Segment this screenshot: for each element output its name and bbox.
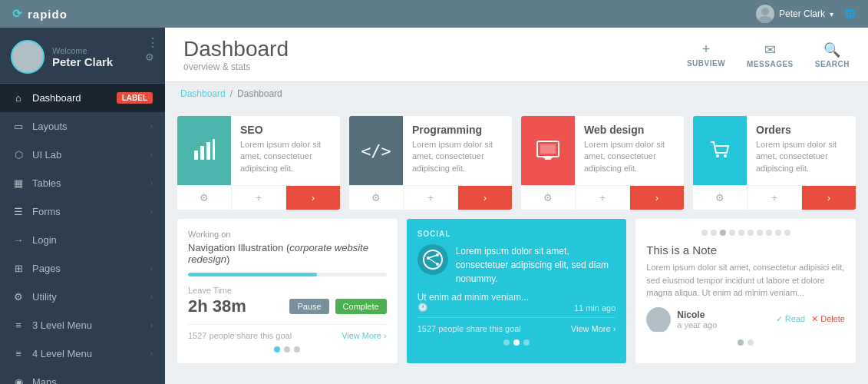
pages-icon: ⊞ bbox=[12, 263, 25, 274]
stat-card-orders: Orders Lorem ipsum dolor sit amet, conse… bbox=[693, 116, 856, 210]
svg-point-20 bbox=[654, 311, 663, 320]
sidebar-item-3levelmenu[interactable]: ≡ 3 Level Menu › bbox=[0, 311, 165, 339]
logo-text: rapido bbox=[28, 8, 68, 21]
chevron-right-icon: › bbox=[150, 151, 153, 159]
social-dot-1 bbox=[503, 339, 510, 346]
sidebar-item-label: Login bbox=[32, 234, 57, 246]
uilab-icon: ⬡ bbox=[12, 149, 25, 161]
sidebar-item-login[interactable]: → Login bbox=[0, 226, 165, 254]
svg-rect-6 bbox=[206, 142, 210, 160]
sidebar-item-label: Forms bbox=[32, 206, 61, 217]
search-label: SEARCH bbox=[815, 60, 850, 68]
view-more-link[interactable]: View More › bbox=[342, 331, 386, 340]
breadcrumb: Dashboard / Dashboard bbox=[165, 82, 868, 105]
sidebar-item-label: Layouts bbox=[32, 121, 68, 132]
card-plus-btn-orders[interactable]: + bbox=[748, 186, 802, 210]
card-gear-btn-prog[interactable]: ⚙ bbox=[349, 186, 404, 210]
messages-label: MESSAGES bbox=[747, 60, 794, 68]
envelope-icon: ✉ bbox=[764, 41, 776, 58]
dot-1 bbox=[274, 346, 280, 353]
sidebar-item-label: Pages bbox=[32, 263, 61, 274]
folder-icon: ≡ bbox=[12, 348, 25, 359]
sidebar-item-maps[interactable]: ◉ Maps bbox=[0, 368, 165, 384]
card-text-orders: Lorem ipsum dolor sit amet, consectetuer… bbox=[756, 139, 847, 174]
note-actions: ✓ Read ✕ Delete bbox=[776, 314, 845, 324]
messages-button[interactable]: ✉ MESSAGES bbox=[747, 41, 794, 68]
card-gear-btn-orders[interactable]: ⚙ bbox=[693, 186, 748, 210]
avatar bbox=[11, 40, 45, 74]
social-view-more-link[interactable]: View More › bbox=[571, 324, 616, 333]
card-gear-btn-web[interactable]: ⚙ bbox=[521, 186, 576, 210]
note-dot-2 bbox=[711, 230, 717, 236]
card-text-seo: Lorem ipsum dolor sit amet, consectetuer… bbox=[240, 139, 331, 174]
login-icon: → bbox=[12, 234, 25, 246]
note-user-info: Nicole a year ago bbox=[677, 310, 769, 329]
header-actions: + SUBVIEW ✉ MESSAGES 🔍 SEARCH bbox=[687, 41, 850, 68]
sidebar-item-pages[interactable]: ⊞ Pages › bbox=[0, 254, 165, 283]
social-dot-3 bbox=[523, 339, 530, 346]
chevron-right-icon: › bbox=[150, 349, 153, 358]
chevron-right-icon: › bbox=[150, 207, 153, 216]
dot-3 bbox=[294, 346, 300, 353]
note-dot-3 bbox=[720, 230, 726, 236]
sidebar-user-section: ⋮ Welcome Peter Clark ⚙ bbox=[0, 28, 165, 84]
sidebar-item-4levelmenu[interactable]: ≡ 4 Level Menu › bbox=[0, 339, 165, 368]
sidebar-user-info: Welcome Peter Clark bbox=[52, 46, 137, 68]
svg-point-12 bbox=[716, 154, 719, 157]
pause-button[interactable]: Pause bbox=[289, 299, 328, 314]
globe-icon[interactable]: 🌐 bbox=[844, 8, 856, 19]
complete-button[interactable]: Complete bbox=[335, 299, 387, 314]
social-link[interactable]: Ut enim ad minim veniam... bbox=[417, 292, 616, 303]
bottom-row: Working on Navigation Illustration (corp… bbox=[177, 219, 856, 363]
note-dot-10 bbox=[784, 230, 790, 236]
sidebar-item-utility[interactable]: ⚙ Utility › bbox=[0, 283, 165, 311]
orders-icon-block bbox=[693, 116, 747, 185]
note-dot-1 bbox=[701, 230, 708, 236]
card-arrow-btn-web[interactable]: › bbox=[630, 186, 684, 210]
breadcrumb-link-dashboard[interactable]: Dashboard bbox=[180, 88, 226, 99]
card-plus-btn-seo[interactable]: + bbox=[232, 186, 286, 210]
subview-label: SUBVIEW bbox=[687, 59, 725, 68]
chevron-right-icon: › bbox=[150, 293, 153, 301]
seo-icon-block bbox=[177, 116, 231, 185]
card-arrow-btn-prog[interactable]: › bbox=[458, 186, 512, 210]
card-arrow-btn-orders[interactable]: › bbox=[802, 186, 856, 210]
top-nav-right: Peter Clark ▾ 🌐 bbox=[756, 5, 856, 23]
social-time: 11 min ago bbox=[574, 303, 616, 313]
search-button[interactable]: 🔍 SEARCH bbox=[815, 41, 850, 68]
sidebar-dots-icon[interactable]: ⋮ bbox=[147, 35, 159, 50]
note-dot-6 bbox=[748, 230, 754, 236]
card-plus-btn-prog[interactable]: + bbox=[404, 186, 458, 210]
note-text: Lorem ipsum dolor sit amet, consectetur … bbox=[646, 261, 845, 300]
sidebar-item-label: UI Lab bbox=[32, 149, 61, 161]
chevron-down-icon: ▾ bbox=[830, 10, 833, 18]
top-nav-user[interactable]: Peter Clark ▾ bbox=[756, 5, 833, 23]
stat-card-webdesign: Web design Lorem ipsum dolor sit amet, c… bbox=[521, 116, 684, 210]
card-footer-orders: ⚙ + › bbox=[693, 185, 856, 210]
card-title-seo: SEO bbox=[240, 124, 331, 136]
note-dot-8 bbox=[766, 230, 772, 236]
home-icon: ⌂ bbox=[12, 92, 25, 104]
sidebar-item-tables[interactable]: ▦ Tables › bbox=[0, 169, 165, 197]
svg-point-21 bbox=[649, 322, 668, 332]
card-text-programming: Lorem ipsum dolor sit amet, consectetuer… bbox=[412, 139, 503, 174]
sidebar-item-forms[interactable]: ☰ Forms › bbox=[0, 197, 165, 226]
chevron-right-icon: › bbox=[150, 122, 153, 131]
utility-icon: ⚙ bbox=[12, 291, 25, 303]
main-content: Dashboard overview & stats + SUBVIEW ✉ M… bbox=[165, 28, 868, 384]
sidebar-item-layouts[interactable]: ▭ Layouts › bbox=[0, 112, 165, 141]
sidebar-item-uilab[interactable]: ⬡ UI Lab › bbox=[0, 141, 165, 169]
card-arrow-btn-seo[interactable]: › bbox=[286, 186, 340, 210]
nav-badge: LABEL bbox=[117, 92, 153, 104]
card-plus-btn-web[interactable]: + bbox=[576, 186, 630, 210]
delete-button[interactable]: ✕ Delete bbox=[811, 314, 845, 324]
card-gear-btn-seo[interactable]: ⚙ bbox=[177, 186, 232, 210]
svg-line-18 bbox=[428, 255, 437, 258]
gear-icon[interactable]: ⚙ bbox=[145, 51, 154, 63]
social-dot-2 bbox=[513, 339, 520, 346]
sidebar-item-dashboard[interactable]: ⌂ Dashboard LABEL bbox=[0, 84, 165, 112]
read-button[interactable]: ✓ Read bbox=[776, 314, 805, 324]
social-footer: 1527 people share this goal View More › bbox=[417, 317, 616, 333]
breadcrumb-separator: / bbox=[230, 88, 233, 99]
subview-button[interactable]: + SUBVIEW bbox=[687, 41, 725, 68]
